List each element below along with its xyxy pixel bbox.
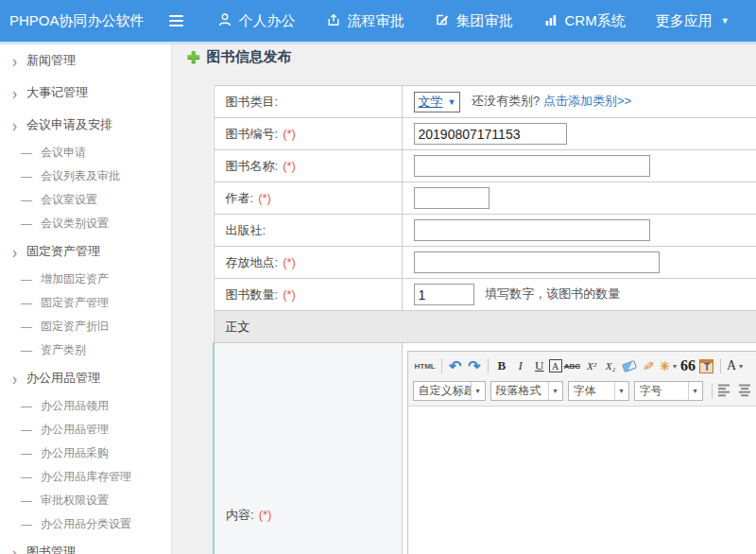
bold-button[interactable]: B	[492, 356, 511, 375]
book-no-label: 图书编号:	[226, 127, 279, 141]
undo-button[interactable]: ↶	[446, 356, 465, 375]
sidebar-subitem-label: 办公用品采购	[41, 445, 109, 461]
form-row-book-name: 图书名称:(*)	[214, 150, 756, 182]
body-section-label: 正文	[226, 320, 250, 334]
subscript-button[interactable]: X₂	[601, 356, 620, 375]
nav-crm-system[interactable]: CRM系统	[543, 12, 626, 30]
chevron-right-icon: ›	[12, 116, 17, 134]
book-name-input[interactable]	[414, 155, 650, 177]
sidebar-subitem-label: 固定资产折旧	[41, 319, 109, 335]
page-title-text: 图书信息发布	[206, 48, 291, 66]
font-family-select[interactable]: 字体▾	[568, 381, 629, 401]
quantity-input[interactable]	[414, 284, 474, 305]
quantity-label: 图书数量:	[226, 287, 279, 302]
nav-group-approval[interactable]: 集团审批	[435, 12, 513, 30]
align-left-button[interactable]	[716, 383, 731, 398]
required-marker: (*)	[258, 191, 271, 205]
wand-icon: ✳	[660, 359, 670, 373]
brush-button[interactable]: ✎	[639, 356, 658, 375]
dropdown-label: 字体	[569, 383, 614, 399]
dash-icon: —	[21, 518, 32, 531]
location-input[interactable]	[414, 251, 660, 273]
sidebar-subitem[interactable]: —资产类别	[0, 338, 171, 362]
paste-icon: T	[699, 359, 713, 373]
sidebar-section-3[interactable]: ›固定资产管理	[0, 235, 171, 268]
fontcolor-button[interactable]: A▾	[725, 356, 745, 375]
chevron-right-icon: ›	[12, 544, 17, 554]
category-select[interactable]: 文学 ▼	[414, 92, 461, 113]
custom-heading-select[interactable]: 自定义标题▾	[413, 381, 486, 401]
nav-workflow-approval[interactable]: 流程审批	[326, 12, 404, 30]
wand-button[interactable]: ✳▾	[658, 356, 679, 375]
publisher-input[interactable]	[414, 219, 650, 241]
sidebar-subitem[interactable]: —会议申请	[0, 141, 171, 164]
nav-more-apps[interactable]: 更多应用▼	[656, 12, 730, 30]
nav-personal-office[interactable]: 个人办公	[217, 12, 296, 30]
blockquote-button[interactable]: 66	[679, 356, 697, 375]
sidebar-subitem[interactable]: —增加固定资产	[0, 268, 171, 291]
underline-button[interactable]: U	[530, 356, 549, 375]
toolbar-separator	[488, 358, 489, 373]
workflow-icon	[326, 12, 341, 30]
sidebar-section-label: 图书管理	[26, 544, 76, 554]
paste-button[interactable]: T	[697, 356, 716, 375]
sidebar-subitem[interactable]: —办公用品采购	[0, 441, 171, 465]
dash-icon: —	[21, 320, 32, 334]
publisher-label: 出版社:	[226, 223, 266, 237]
sidebar-section-label: 大事记管理	[26, 84, 88, 101]
sidebar-section-label: 办公用品管理	[26, 370, 100, 387]
quantity-hint: 填写数字，该图书的数量	[485, 286, 620, 301]
html-source-button[interactable]: HTML	[413, 356, 438, 375]
editor-content-area[interactable]	[408, 407, 756, 554]
sidebar-subitem[interactable]: —办公用品分类设置	[0, 512, 171, 536]
sidebar-subitem-label: 会议室设置	[41, 192, 97, 208]
dash-icon: —	[21, 194, 32, 207]
sidebar-subitem[interactable]: —办公用品领用	[0, 394, 171, 418]
required-marker: (*)	[283, 287, 296, 302]
sidebar-subitem[interactable]: —固定资产管理	[0, 291, 171, 315]
superscript-button[interactable]: X²	[582, 356, 601, 375]
eraser-button[interactable]	[620, 356, 639, 375]
rich-text-editor: HTML↶↷BIUAABCX²X₂✎✳▾66TA▾ 自定义标题▾段落格式▾字体▾…	[407, 351, 756, 554]
author-input[interactable]	[414, 187, 490, 209]
sidebar-subitem[interactable]: —会议列表及审批	[0, 164, 171, 188]
add-category-link[interactable]: 点击添加类别>>	[543, 94, 631, 108]
toolbar-separator	[441, 358, 442, 373]
book-no-input[interactable]	[414, 123, 567, 145]
redo-button[interactable]: ↷	[465, 356, 484, 375]
paragraph-format-select[interactable]: 段落格式▾	[490, 381, 563, 401]
align-center-button[interactable]	[737, 383, 752, 398]
toolbar-separator	[720, 358, 721, 373]
sidebar-subitem-label: 会议类别设置	[41, 216, 109, 232]
strikethrough-button[interactable]: ABC	[562, 356, 582, 375]
sidebar-subitem[interactable]: —会议室设置	[0, 188, 171, 212]
sidebar-subitem-label: 办公用品领用	[41, 398, 109, 414]
edit-square-icon	[435, 12, 450, 30]
sidebar-section-1[interactable]: ›大事记管理	[0, 77, 171, 109]
dash-icon: —	[21, 147, 32, 160]
nav-item-label: 流程审批	[348, 12, 404, 30]
toolbar-separator	[712, 383, 713, 398]
fontbox-button[interactable]: A	[549, 359, 562, 372]
required-marker: (*)	[283, 159, 296, 173]
font-size-select[interactable]: 字号▾	[634, 381, 703, 401]
hamburger-menu-icon[interactable]	[169, 15, 183, 26]
italic-button[interactable]: I	[511, 356, 530, 375]
sidebar-section-2[interactable]: ›会议申请及安排	[0, 109, 171, 141]
sidebar-section-4[interactable]: ›办公用品管理	[0, 362, 171, 394]
nav-item-label: CRM系统	[565, 12, 626, 30]
sidebar-subitem[interactable]: —办公用品管理	[0, 418, 171, 441]
form-row-location: 存放地点:(*)	[214, 247, 756, 279]
top-header-bar: PHPOA协同办公软件 个人办公流程审批集团审批CRM系统更多应用▼	[0, 0, 756, 42]
sidebar-section-5[interactable]: ›图书管理	[0, 536, 171, 554]
sidebar-subitem[interactable]: —办公用品库存管理	[0, 465, 171, 489]
sidebar-subitem[interactable]: —固定资产折旧	[0, 315, 171, 338]
content-label: 内容:	[226, 508, 254, 522]
sidebar-subitem[interactable]: —审批权限设置	[0, 489, 171, 512]
sidebar-subitem[interactable]: —会议类别设置	[0, 212, 171, 235]
caret-down-icon: ▾	[688, 382, 702, 400]
dash-icon: —	[21, 344, 32, 357]
nav-item-label: 集团审批	[456, 12, 513, 30]
sidebar-section-0[interactable]: ›新闻管理	[0, 44, 171, 77]
dash-icon: —	[21, 400, 32, 413]
